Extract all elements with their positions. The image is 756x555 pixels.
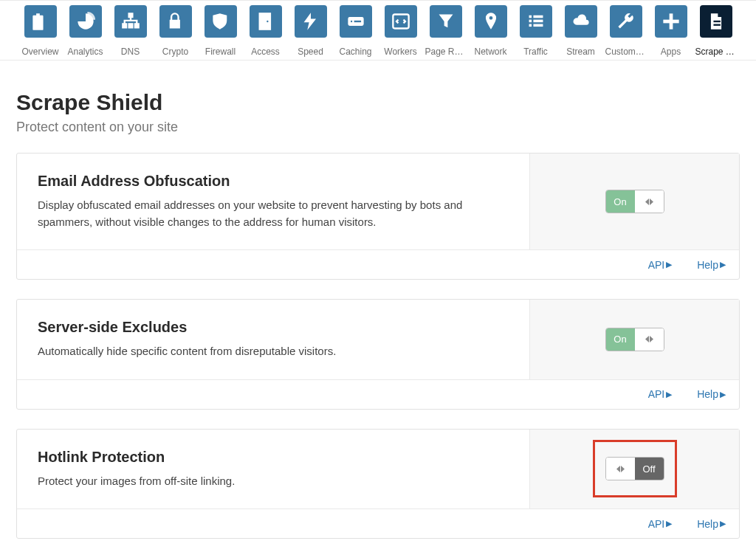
card-title: Hotlink Protection — [38, 449, 509, 466]
caret-right-icon: ▶ — [666, 260, 672, 269]
nav-item-network[interactable]: Network — [473, 5, 508, 57]
toggle-arrows-icon — [616, 466, 625, 472]
page-subtitle: Protect content on your site — [16, 120, 740, 135]
caret-right-icon: ▶ — [666, 519, 672, 528]
toggle-switch[interactable]: On — [605, 328, 664, 351]
nav-label: Firewall — [205, 46, 236, 57]
help-link[interactable]: Help ▶ — [697, 518, 726, 530]
nav-item-apps[interactable]: Apps — [653, 5, 688, 57]
api-link[interactable]: API ▶ — [648, 388, 673, 400]
nav-item-analytics[interactable]: Analytics — [68, 5, 103, 57]
code-icon — [385, 5, 417, 38]
clipboard-icon — [24, 5, 57, 38]
card-title: Server-side Excludes — [38, 319, 509, 336]
nav-item-page-rules[interactable]: Page Rules — [428, 5, 463, 57]
api-link[interactable]: API ▶ — [648, 259, 673, 271]
top-nav: OverviewAnalyticsDNSCryptoFirewallAccess… — [0, 0, 756, 61]
nav-item-speed[interactable]: Speed — [293, 5, 328, 57]
toggle-on-label: On — [606, 190, 635, 213]
nav-item-traffic[interactable]: Traffic — [518, 5, 553, 57]
card-description: Protect your images from off-site linkin… — [38, 473, 509, 490]
nav-item-scrape-s-[interactable]: Scrape S… — [698, 5, 733, 57]
lock-icon — [159, 5, 192, 38]
card-description: Display obfuscated email addresses on yo… — [38, 197, 509, 230]
toggle-knob — [635, 328, 664, 351]
card-footer: API ▶Help ▶ — [17, 249, 739, 279]
plus-icon — [655, 5, 687, 38]
list-icon — [520, 5, 552, 38]
api-link[interactable]: API ▶ — [648, 518, 673, 530]
help-link[interactable]: Help ▶ — [697, 388, 726, 400]
nav-label: Speed — [298, 46, 323, 57]
pie-icon — [69, 5, 102, 38]
nav-label: Analytics — [67, 46, 103, 57]
nav-label: Overview — [22, 46, 59, 57]
nav-label: Custom … — [605, 46, 647, 57]
caret-right-icon: ▶ — [720, 390, 726, 399]
nav-label: Apps — [661, 46, 681, 57]
nav-label: Crypto — [162, 46, 188, 57]
sitemap-icon — [114, 5, 147, 38]
toggle-off-label: Off — [635, 458, 664, 480]
shield-icon — [205, 5, 237, 38]
nav-item-dns[interactable]: DNS — [113, 5, 148, 57]
nav-label: Traffic — [523, 46, 548, 57]
nav-item-workers[interactable]: Workers — [383, 5, 418, 57]
nav-item-access[interactable]: Access — [248, 5, 283, 57]
nav-item-crypto[interactable]: Crypto — [158, 5, 193, 57]
nav-item-stream[interactable]: Stream — [563, 5, 598, 57]
help-link[interactable]: Help ▶ — [697, 259, 726, 271]
main-content: Scrape Shield Protect content on your si… — [0, 61, 756, 539]
nav-label: Caching — [339, 46, 371, 57]
card-control-area: On — [529, 300, 739, 379]
toggle-on-label: On — [606, 328, 635, 351]
file-icon — [700, 5, 732, 38]
nav-label: Scrape S… — [695, 46, 737, 57]
card-footer: API ▶Help ▶ — [17, 509, 739, 538]
nav-item-caching[interactable]: Caching — [338, 5, 373, 57]
door-icon — [250, 5, 282, 38]
card-control-area: Off — [529, 430, 739, 509]
toggle-arrows-icon — [645, 336, 653, 342]
pin-icon — [475, 5, 507, 38]
card-description: Automatically hide specific content from… — [38, 343, 509, 360]
card-control-area: On — [529, 154, 739, 249]
toggle-knob — [606, 458, 635, 480]
drive-icon — [340, 5, 372, 38]
toggle-knob — [635, 190, 664, 213]
nav-item-custom-[interactable]: Custom … — [608, 5, 643, 57]
setting-card: Server-side ExcludesAutomatically hide s… — [16, 299, 740, 410]
nav-label: Page Rules — [425, 46, 467, 57]
cloud-icon — [565, 5, 597, 38]
nav-label: DNS — [121, 46, 140, 57]
page-title: Scrape Shield — [16, 90, 740, 115]
wrench-icon — [610, 5, 642, 38]
nav-label: Access — [251, 46, 280, 57]
card-footer: API ▶Help ▶ — [17, 379, 739, 409]
bolt-icon — [295, 5, 327, 38]
toggle-switch[interactable]: On — [605, 190, 664, 213]
nav-label: Network — [474, 46, 506, 57]
nav-label: Workers — [384, 46, 416, 57]
toggle-arrows-icon — [645, 199, 653, 205]
setting-card: Hotlink ProtectionProtect your images fr… — [16, 429, 740, 540]
nav-label: Stream — [566, 46, 595, 57]
caret-right-icon: ▶ — [720, 519, 726, 528]
nav-item-firewall[interactable]: Firewall — [203, 5, 238, 57]
caret-right-icon: ▶ — [720, 260, 726, 269]
card-title: Email Address Obfuscation — [38, 173, 509, 190]
toggle-switch[interactable]: Off — [605, 457, 664, 480]
nav-item-overview[interactable]: Overview — [23, 5, 58, 57]
caret-right-icon: ▶ — [666, 390, 672, 399]
funnel-icon — [430, 5, 462, 38]
setting-card: Email Address ObfuscationDisplay obfusca… — [16, 153, 740, 280]
